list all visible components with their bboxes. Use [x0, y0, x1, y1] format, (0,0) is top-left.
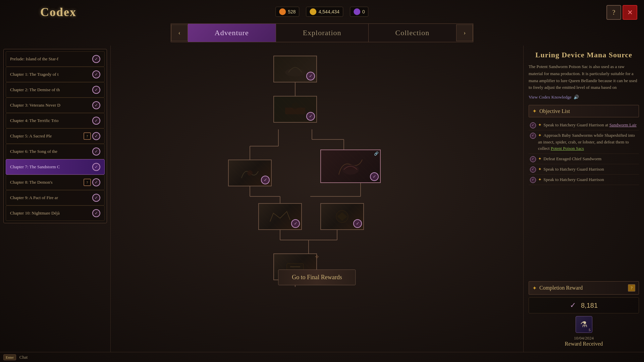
svg-rect-18	[285, 108, 305, 114]
chapter-item-10[interactable]: Chapter 10: Nightmare Déjà✓	[6, 205, 105, 221]
right-detail-panel: Luring Device Mana Source The Potent San…	[523, 46, 644, 352]
reward-item-icon: ⚗ 5	[576, 316, 592, 333]
flow-node-6[interactable]: ✓	[320, 203, 364, 230]
chapter-item-1[interactable]: Chapter 1: The Tragedy of t✓	[6, 67, 105, 82]
currency-bar: 528 4,544,434 0	[275, 7, 368, 17]
chapter-check-icon-2: ✓	[92, 86, 100, 94]
objective-list: ✓ ✦ Speak to Hatchery Guard Harrison at …	[529, 120, 639, 185]
chapter-item-6[interactable]: Chapter 6: The Song of the✓	[6, 144, 105, 159]
chapter-icons-7: ✓	[92, 163, 100, 171]
chapter-name-10: Chapter 10: Nightmare Déjà	[10, 210, 92, 216]
detail-description: The Potent Sandworm Poison Sac is also u…	[529, 63, 639, 91]
flow-node-2[interactable]: ✓	[273, 96, 317, 123]
chapter-name-7: Chapter 7: The Sandstorm C	[10, 164, 92, 170]
tab-collection[interactable]: Collection	[369, 24, 457, 42]
node-2-check: ✓	[306, 112, 315, 121]
chapter-name-9: Chapter 9: A Pact of Fire ar	[10, 195, 92, 200]
chapter-item-9[interactable]: Chapter 9: A Pact of Fire ar✓	[6, 190, 105, 205]
chapter-item-4[interactable]: Chapter 4: The Terrific Trio✓	[6, 113, 105, 128]
chat-label: Chat	[19, 355, 28, 360]
chapter-icons-2: ✓	[92, 86, 100, 94]
chapter-icons-3: ✓	[92, 101, 100, 109]
flow-node-4[interactable]: ✓ 🔗	[320, 149, 381, 183]
tab-arrow-left[interactable]: ‹	[171, 24, 188, 41]
objective-icon: ✦	[532, 108, 537, 114]
flow-node-5[interactable]: ✓	[258, 203, 302, 230]
chapter-icons-10: ✓	[92, 209, 100, 217]
completion-section-title: Completion Reward	[539, 285, 583, 291]
objective-item-1: ✓ ✦ Speak to Hatchery Guard Harrison at …	[529, 120, 639, 130]
tab-navigation: ‹ Adventure Exploration Collection ›	[0, 23, 644, 42]
view-codex-link[interactable]: View Codex Knowledge 🔊	[529, 95, 639, 100]
chapter-item-7[interactable]: Chapter 7: The Sandstorm C✓	[6, 159, 105, 175]
reward-item-row: ⚗ 5	[529, 316, 639, 333]
chapter-name-4: Chapter 4: The Terrific Trio	[10, 118, 92, 123]
purple-currency-icon	[354, 8, 360, 15]
help-button[interactable]: ?	[606, 5, 621, 20]
chapter-sidebar: Prelude: Island of the Star-f✓Chapter 1:…	[0, 46, 111, 352]
objective-item-4: ✓ ✦ Speak to Hatchery Guard Harrison	[529, 164, 639, 175]
potent-poison-sacs-link[interactable]: Potent Poison Sacs	[551, 146, 584, 151]
chapter-check-icon-0: ✓	[92, 55, 100, 63]
svg-point-17	[285, 68, 305, 76]
completion-section-header: ✦ Completion Reward ?	[529, 281, 639, 295]
ornament-bottom: ⟡	[315, 253, 319, 260]
completion-section: ✦ Completion Reward ? ✓ 8,181 ⚗ 5	[529, 281, 639, 347]
chapter-check-icon-4: ✓	[92, 117, 100, 125]
completion-question-button[interactable]: ?	[628, 284, 635, 292]
currency-item-orange: 528	[275, 7, 299, 17]
orange-currency-value: 528	[288, 9, 296, 14]
chapter-check-icon-7: ✓	[92, 163, 100, 171]
obj-check-1: ✓	[530, 122, 536, 128]
obj-check-3: ✓	[530, 156, 536, 162]
objective-section-title: Objective List	[539, 108, 570, 114]
bottom-bar: Enter Chat	[0, 352, 644, 362]
tab-adventure[interactable]: Adventure	[188, 24, 276, 42]
chapter-item-2[interactable]: Chapter 2: The Demise of th✓	[6, 82, 105, 98]
chapter-icons-8: ?✓	[84, 178, 100, 186]
chapter-name-8: Chapter 8: The Demon's	[10, 180, 84, 185]
flow-node-1[interactable]: ✓	[273, 56, 317, 82]
chapter-icons-9: ✓	[92, 194, 100, 202]
chapter-name-3: Chapter 3: Veterans Never D	[10, 103, 92, 108]
chapter-name-2: Chapter 2: The Demise of th	[10, 87, 92, 93]
main-flow-area: ✓ ✓	[111, 46, 523, 352]
reward-item-count: 5	[589, 328, 591, 332]
reward-currency-row: ✓ 8,181	[529, 297, 639, 313]
svg-point-20	[247, 170, 253, 176]
close-button[interactable]: ✕	[623, 5, 637, 20]
top-right-buttons: ? ✕	[606, 5, 637, 20]
node-5-check: ✓	[291, 219, 300, 228]
purple-currency-value: 0	[362, 9, 365, 14]
chapter-item-0[interactable]: Prelude: Island of the Star-f✓	[6, 51, 105, 67]
node-4-check: ✓	[370, 172, 379, 181]
chapter-name-1: Chapter 1: The Tragedy of t	[10, 72, 92, 77]
tab-exploration[interactable]: Exploration	[276, 24, 369, 42]
chapter-icons-4: ✓	[92, 117, 100, 125]
final-rewards-button[interactable]: Go to Final Rewards	[278, 269, 356, 285]
svg-point-19	[292, 103, 299, 109]
enter-key-label: Enter	[3, 354, 16, 360]
audio-icon[interactable]: 🔊	[574, 95, 579, 100]
chapter-check-icon-6: ✓	[92, 147, 100, 156]
gold-currency-value: 4,544,434	[319, 9, 339, 14]
chapter-question-icon-5: ?	[84, 132, 91, 140]
chapter-item-3[interactable]: Chapter 3: Veterans Never D✓	[6, 98, 105, 113]
tab-arrow-right[interactable]: ›	[456, 24, 473, 41]
chapter-check-icon-5: ✓	[92, 132, 100, 140]
chapter-name-5: Chapter 5: A Sacred Ple	[10, 133, 84, 139]
flow-node-3[interactable]: ✓	[228, 160, 272, 186]
currency-item-gold: 4,544,434	[306, 7, 343, 17]
reward-received: Reward Received	[529, 341, 639, 347]
chapter-check-icon-9: ✓	[92, 194, 100, 202]
obj-check-2: ✓	[530, 133, 536, 139]
reward-date: 10/04/2024	[529, 336, 639, 341]
currency-item-purple: 0	[350, 7, 369, 17]
chapter-item-8[interactable]: Chapter 8: The Demon's?✓	[6, 175, 105, 190]
sandworm-lair-link[interactable]: Sandworm Lair	[609, 122, 637, 127]
chapter-item-5[interactable]: Chapter 5: A Sacred Ple?✓	[6, 128, 105, 144]
chapter-icons-1: ✓	[92, 70, 100, 78]
gold-currency-icon	[310, 8, 317, 15]
flow-chart: ✓ ✓	[216, 52, 418, 287]
chapter-list: Prelude: Island of the Star-f✓Chapter 1:…	[6, 51, 105, 221]
